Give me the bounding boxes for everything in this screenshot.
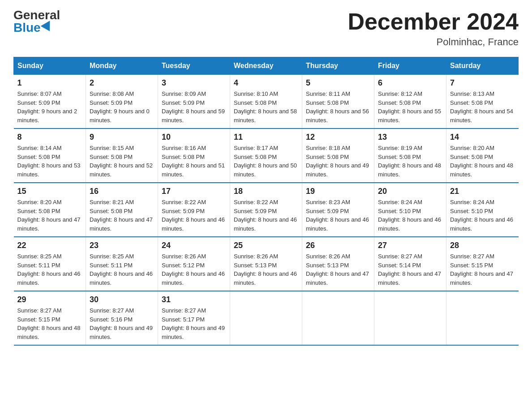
day-number: 30	[90, 295, 154, 304]
day-info: Sunrise: 8:20 AM Sunset: 5:08 PM Dayligh…	[17, 198, 82, 233]
day-cell	[374, 291, 446, 345]
day-info: Sunrise: 8:12 AM Sunset: 5:08 PM Dayligh…	[378, 90, 442, 124]
day-cell: 27 Sunrise: 8:27 AM Sunset: 5:14 PM Dayl…	[374, 237, 446, 291]
day-number: 4	[234, 78, 298, 88]
day-info: Sunrise: 8:27 AM Sunset: 5:16 PM Dayligh…	[90, 306, 154, 341]
day-cell: 12 Sunrise: 8:18 AM Sunset: 5:08 PM Dayl…	[302, 128, 374, 183]
day-cell: 25 Sunrise: 8:26 AM Sunset: 5:13 PM Dayl…	[230, 237, 302, 291]
day-info: Sunrise: 8:27 AM Sunset: 5:14 PM Dayligh…	[378, 252, 442, 287]
day-cell: 23 Sunrise: 8:25 AM Sunset: 5:11 PM Dayl…	[86, 237, 158, 291]
logo-triangle-icon	[40, 21, 54, 34]
col-tuesday: Tuesday	[158, 57, 230, 75]
day-info: Sunrise: 8:08 AM Sunset: 5:09 PM Dayligh…	[90, 90, 154, 124]
day-number: 6	[378, 78, 442, 88]
day-number: 24	[162, 241, 226, 250]
day-cell: 20 Sunrise: 8:24 AM Sunset: 5:10 PM Dayl…	[374, 183, 446, 237]
day-cell: 21 Sunrise: 8:24 AM Sunset: 5:10 PM Dayl…	[446, 183, 519, 237]
col-sunday: Sunday	[14, 57, 86, 75]
day-info: Sunrise: 8:07 AM Sunset: 5:09 PM Dayligh…	[17, 90, 82, 124]
day-cell: 6 Sunrise: 8:12 AM Sunset: 5:08 PM Dayli…	[374, 75, 446, 129]
day-info: Sunrise: 8:16 AM Sunset: 5:08 PM Dayligh…	[162, 144, 226, 179]
day-number: 23	[90, 241, 154, 250]
day-cell: 19 Sunrise: 8:23 AM Sunset: 5:09 PM Dayl…	[302, 183, 374, 237]
calendar-table: Sunday Monday Tuesday Wednesday Thursday…	[13, 57, 519, 346]
day-info: Sunrise: 8:21 AM Sunset: 5:08 PM Dayligh…	[90, 198, 154, 233]
day-number: 13	[378, 133, 442, 142]
day-cell: 22 Sunrise: 8:25 AM Sunset: 5:11 PM Dayl…	[14, 237, 86, 291]
day-info: Sunrise: 8:26 AM Sunset: 5:13 PM Dayligh…	[234, 252, 298, 287]
day-number: 28	[450, 241, 515, 250]
month-title: December 2024	[348, 9, 519, 34]
week-row-4: 22 Sunrise: 8:25 AM Sunset: 5:11 PM Dayl…	[14, 237, 519, 291]
day-info: Sunrise: 8:18 AM Sunset: 5:08 PM Dayligh…	[306, 144, 370, 179]
day-info: Sunrise: 8:14 AM Sunset: 5:08 PM Dayligh…	[17, 144, 82, 179]
day-number: 1	[17, 78, 82, 88]
day-number: 14	[450, 133, 515, 142]
day-cell: 9 Sunrise: 8:15 AM Sunset: 5:08 PM Dayli…	[86, 128, 158, 183]
day-number: 7	[450, 78, 515, 88]
day-number: 12	[306, 133, 370, 142]
day-cell: 1 Sunrise: 8:07 AM Sunset: 5:09 PM Dayli…	[14, 75, 86, 129]
day-number: 2	[90, 78, 154, 88]
day-cell: 17 Sunrise: 8:22 AM Sunset: 5:09 PM Dayl…	[158, 183, 230, 237]
day-info: Sunrise: 8:25 AM Sunset: 5:11 PM Dayligh…	[90, 252, 154, 287]
col-thursday: Thursday	[302, 57, 374, 75]
day-number: 17	[162, 187, 226, 196]
day-info: Sunrise: 8:17 AM Sunset: 5:08 PM Dayligh…	[234, 144, 298, 179]
day-number: 25	[234, 241, 298, 250]
day-info: Sunrise: 8:11 AM Sunset: 5:08 PM Dayligh…	[306, 90, 370, 124]
week-row-1: 1 Sunrise: 8:07 AM Sunset: 5:09 PM Dayli…	[14, 75, 519, 129]
title-section: December 2024 Polminhac, France	[348, 9, 519, 48]
day-number: 29	[17, 295, 82, 304]
day-cell: 30 Sunrise: 8:27 AM Sunset: 5:16 PM Dayl…	[86, 291, 158, 345]
week-row-5: 29 Sunrise: 8:27 AM Sunset: 5:15 PM Dayl…	[14, 291, 519, 345]
day-info: Sunrise: 8:19 AM Sunset: 5:08 PM Dayligh…	[378, 144, 442, 179]
day-cell	[230, 291, 302, 345]
day-number: 19	[306, 187, 370, 196]
day-info: Sunrise: 8:27 AM Sunset: 5:17 PM Dayligh…	[162, 306, 226, 341]
day-number: 27	[378, 241, 442, 250]
day-info: Sunrise: 8:26 AM Sunset: 5:13 PM Dayligh…	[306, 252, 370, 287]
day-info: Sunrise: 8:15 AM Sunset: 5:08 PM Dayligh…	[90, 144, 154, 179]
day-cell: 24 Sunrise: 8:26 AM Sunset: 5:12 PM Dayl…	[158, 237, 230, 291]
calendar-header: Sunday Monday Tuesday Wednesday Thursday…	[14, 57, 519, 75]
day-number: 18	[234, 187, 298, 196]
day-number: 21	[450, 187, 515, 196]
day-cell: 18 Sunrise: 8:22 AM Sunset: 5:09 PM Dayl…	[230, 183, 302, 237]
day-info: Sunrise: 8:10 AM Sunset: 5:08 PM Dayligh…	[234, 90, 298, 124]
day-cell: 29 Sunrise: 8:27 AM Sunset: 5:15 PM Dayl…	[14, 291, 86, 345]
day-number: 11	[234, 133, 298, 142]
day-number: 31	[162, 295, 226, 304]
day-info: Sunrise: 8:22 AM Sunset: 5:09 PM Dayligh…	[162, 198, 226, 233]
day-cell: 8 Sunrise: 8:14 AM Sunset: 5:08 PM Dayli…	[14, 128, 86, 183]
day-info: Sunrise: 8:24 AM Sunset: 5:10 PM Dayligh…	[378, 198, 442, 233]
day-cell: 10 Sunrise: 8:16 AM Sunset: 5:08 PM Dayl…	[158, 128, 230, 183]
day-cell: 4 Sunrise: 8:10 AM Sunset: 5:08 PM Dayli…	[230, 75, 302, 129]
header-row: Sunday Monday Tuesday Wednesday Thursday…	[14, 57, 519, 75]
day-number: 22	[17, 241, 82, 250]
col-wednesday: Wednesday	[230, 57, 302, 75]
day-cell: 14 Sunrise: 8:20 AM Sunset: 5:08 PM Dayl…	[446, 128, 519, 183]
day-cell: 3 Sunrise: 8:09 AM Sunset: 5:09 PM Dayli…	[158, 75, 230, 129]
location-subtitle: Polminhac, France	[348, 36, 519, 48]
day-info: Sunrise: 8:23 AM Sunset: 5:09 PM Dayligh…	[306, 198, 370, 233]
day-cell: 11 Sunrise: 8:17 AM Sunset: 5:08 PM Dayl…	[230, 128, 302, 183]
col-saturday: Saturday	[446, 57, 519, 75]
day-info: Sunrise: 8:20 AM Sunset: 5:08 PM Dayligh…	[450, 144, 515, 179]
day-info: Sunrise: 8:26 AM Sunset: 5:12 PM Dayligh…	[162, 252, 226, 287]
day-info: Sunrise: 8:27 AM Sunset: 5:15 PM Dayligh…	[450, 252, 515, 287]
day-number: 26	[306, 241, 370, 250]
day-cell: 7 Sunrise: 8:13 AM Sunset: 5:08 PM Dayli…	[446, 75, 519, 129]
week-row-2: 8 Sunrise: 8:14 AM Sunset: 5:08 PM Dayli…	[14, 128, 519, 183]
page-header: General Blue December 2024 Polminhac, Fr…	[13, 9, 519, 48]
day-info: Sunrise: 8:27 AM Sunset: 5:15 PM Dayligh…	[17, 306, 82, 341]
day-number: 16	[90, 187, 154, 196]
day-cell	[446, 291, 519, 345]
day-number: 9	[90, 133, 154, 142]
day-cell	[302, 291, 374, 345]
day-info: Sunrise: 8:24 AM Sunset: 5:10 PM Dayligh…	[450, 198, 515, 233]
day-cell: 26 Sunrise: 8:26 AM Sunset: 5:13 PM Dayl…	[302, 237, 374, 291]
logo-general-text: General	[13, 9, 60, 21]
week-row-3: 15 Sunrise: 8:20 AM Sunset: 5:08 PM Dayl…	[14, 183, 519, 237]
day-info: Sunrise: 8:09 AM Sunset: 5:09 PM Dayligh…	[162, 90, 226, 124]
